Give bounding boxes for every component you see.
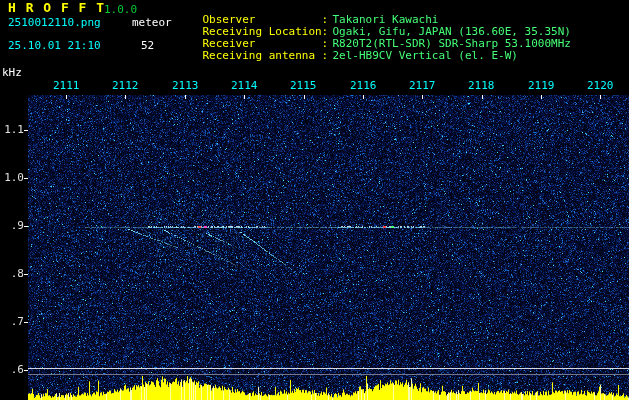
- x-tick-label: 2114: [231, 79, 258, 92]
- x-tick-label: 2118: [468, 79, 495, 92]
- info-colon: :: [322, 50, 333, 62]
- app-version: 1.0.0: [104, 4, 137, 16]
- x-tick-label: 2119: [528, 79, 555, 92]
- x-tick-label: 2116: [350, 79, 377, 92]
- info-value: 2el-HB9CV Vertical (el. E-W): [333, 49, 518, 62]
- y-tick-label: .8: [0, 267, 24, 280]
- app-title: H R O F F T: [8, 2, 105, 14]
- x-tick-label: 2115: [290, 79, 317, 92]
- x-tick-label: 2120: [587, 79, 614, 92]
- y-tick-label: 1.1: [0, 123, 24, 136]
- y-tick-label: .9: [0, 219, 24, 232]
- hrofft-output: H R O F F T 1.0.0 2510012110.png meteor …: [0, 0, 629, 400]
- y-tick-label: 1.0: [0, 171, 24, 184]
- y-tick-label: .7: [0, 315, 24, 328]
- x-tick-label: 2117: [409, 79, 436, 92]
- x-tick-label: 2113: [172, 79, 199, 92]
- output-filename: 2510012110.png: [8, 17, 101, 29]
- x-tick-label: 2111: [53, 79, 80, 92]
- y-axis-unit: kHz: [2, 66, 22, 79]
- timestamp: 25.10.01 21:10: [8, 40, 101, 52]
- echo-count: 52: [141, 40, 154, 52]
- info-label: Receiving antenna: [203, 50, 322, 62]
- info-row-antenna: Receiving antenna:2el-HB9CV Vertical (el…: [176, 38, 518, 74]
- y-tick-label: .6: [0, 363, 24, 376]
- mode-label: meteor: [132, 17, 172, 29]
- x-tick-label: 2112: [112, 79, 139, 92]
